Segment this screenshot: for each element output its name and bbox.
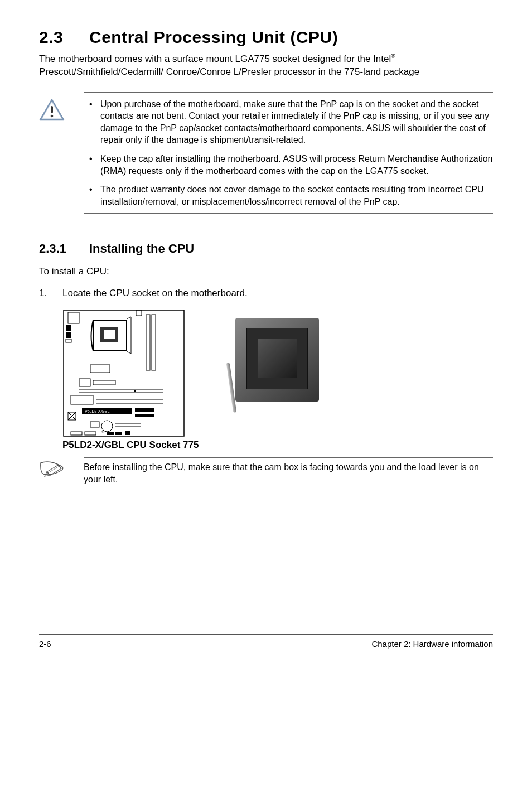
warning-block: Upon purchase of the motherboard, make s…	[39, 92, 493, 214]
board-label-text: P5LD2-X/GBL	[85, 409, 109, 413]
motherboard-diagram-icon: P5LD2-X/GBL ®	[62, 309, 185, 437]
pencil-note-icon	[39, 461, 65, 477]
subsection-lead: To install a CPU:	[39, 266, 493, 277]
svg-rect-9	[104, 330, 115, 339]
socket-photo-icon	[213, 312, 336, 424]
svg-rect-5	[66, 332, 71, 338]
chapter-label: Chapter 2: Hardware information	[371, 639, 493, 649]
svg-text:®: ®	[101, 430, 104, 433]
warning-content: Upon purchase of the motherboard, make s…	[84, 92, 493, 214]
info-note-block: Before installing the CPU, make sure tha…	[39, 457, 493, 489]
step-list: 1. Locate the CPU socket on the motherbo…	[39, 287, 493, 300]
figure-caption: P5LD2-X/GBL CPU Socket 775	[62, 439, 493, 451]
step-text: Locate the CPU socket on the motherboard…	[62, 288, 248, 298]
svg-rect-15	[93, 380, 115, 385]
registered-mark: ®	[391, 53, 395, 59]
svg-rect-34	[125, 431, 130, 435]
subsection-number: 2.3.1	[39, 241, 89, 256]
page-number: 2-6	[39, 639, 51, 649]
warning-item: The product warranty does not cover dama…	[84, 183, 493, 207]
warning-item: Keep the cap after installing the mother…	[84, 153, 493, 177]
intro-text-before: The motherboard comes with a surface mou…	[39, 54, 391, 64]
svg-rect-33	[115, 432, 122, 435]
svg-rect-2	[64, 310, 184, 436]
subsection-heading: 2.3.1Installing the CPU	[39, 241, 493, 256]
intro-text-after: Prescott/Smithfield/Cedarmill/ Conroe/Co…	[39, 66, 419, 77]
svg-rect-31	[85, 432, 96, 435]
section-heading: 2.3Central Processing Unit (CPU)	[39, 28, 493, 47]
info-icon-container	[39, 457, 84, 480]
figure-row: P5LD2-X/GBL ®	[62, 309, 493, 437]
svg-rect-10	[136, 310, 142, 316]
warning-icon-container	[39, 92, 84, 123]
svg-rect-24	[135, 408, 154, 412]
warning-item: Upon purchase of the motherboard, make s…	[84, 98, 493, 146]
page-footer: 2-6 Chapter 2: Hardware information	[39, 634, 493, 649]
svg-rect-32	[107, 432, 114, 435]
svg-line-36	[48, 466, 59, 473]
svg-rect-0	[51, 106, 53, 113]
step-number: 1.	[39, 287, 47, 300]
section-number: 2.3	[39, 28, 89, 47]
warning-triangle-icon	[39, 99, 65, 121]
info-note-text: Before installing the CPU, make sure tha…	[84, 457, 493, 489]
svg-rect-11	[146, 315, 150, 370]
svg-rect-25	[135, 414, 154, 417]
svg-rect-26	[90, 422, 99, 427]
step-item: 1. Locate the CPU socket on the motherbo…	[39, 287, 493, 300]
svg-rect-30	[71, 432, 82, 435]
svg-point-18	[134, 390, 136, 392]
section-title-text: Central Processing Unit (CPU)	[89, 28, 338, 46]
svg-rect-14	[79, 379, 90, 386]
intro-paragraph: The motherboard comes with a surface mou…	[39, 52, 493, 79]
svg-point-1	[51, 114, 54, 117]
subsection-title-text: Installing the CPU	[89, 241, 194, 255]
svg-rect-12	[152, 315, 156, 370]
svg-rect-13	[90, 365, 110, 373]
svg-rect-3	[68, 312, 79, 323]
svg-rect-6	[66, 339, 71, 342]
svg-rect-4	[66, 325, 71, 331]
svg-rect-19	[71, 395, 93, 404]
